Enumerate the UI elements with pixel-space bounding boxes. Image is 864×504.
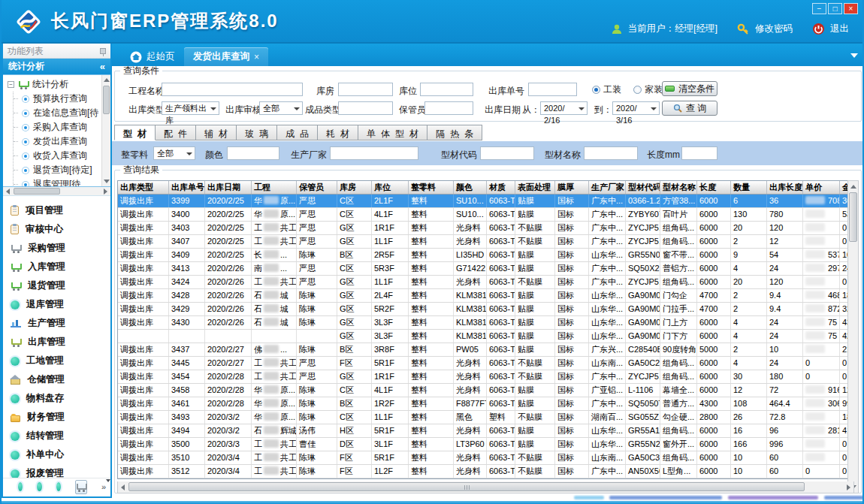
column-header[interactable]: 出库日期 (205, 181, 252, 194)
table-row[interactable]: 调拨出库34452020/2/27工共工程严思F区5R1F整料光身料6063-T… (118, 357, 854, 370)
column-header[interactable]: 整零料 (409, 181, 454, 194)
tab-close-icon[interactable]: × (254, 52, 259, 62)
column-header[interactable]: 表面处理 (515, 181, 555, 194)
sidebar-item[interactable]: 退货管理 (11, 276, 110, 295)
more-buttons-chevron[interactable]: » (101, 484, 110, 490)
table-row[interactable]: 调拨出库34092020/2/25长...陈琳B区2R5F整料LI35HD606… (118, 249, 854, 262)
column-header[interactable]: 出库类型 (118, 181, 169, 194)
column-header[interactable]: 库位 (372, 181, 409, 194)
table-row[interactable]: 调拨出库35102020/3/4工共工程陈琳F区5R1F整料光身料6063-T5… (118, 451, 854, 465)
column-header[interactable]: 长度 (697, 181, 731, 194)
sidebar-group-header[interactable]: 统计分析 « (3, 59, 110, 74)
table-row[interactable]: 调拨出库34242020/2/26工共工程严思G区1L1F整料光身料6063-T… (118, 276, 854, 289)
sidebar-item[interactable]: 物料盘存 (11, 389, 110, 408)
column-header[interactable]: 库房 (337, 181, 372, 194)
search-button[interactable]: 查 询 (662, 101, 717, 116)
toolbar-cart-button[interactable] (75, 480, 87, 494)
length-input[interactable] (681, 146, 717, 160)
name-input[interactable] (584, 146, 638, 160)
sidebar-item[interactable]: 财务管理 (11, 408, 110, 427)
table-vertical-scrollbar[interactable] (847, 180, 859, 493)
sidebar-item[interactable]: 补单中心 (11, 445, 110, 464)
warehouse-input[interactable] (338, 83, 393, 96)
tree-vertical-scrollbar[interactable] (101, 75, 110, 186)
column-header[interactable]: 型材名称 (660, 181, 697, 194)
sidebar-item[interactable]: 工地管理 (11, 352, 110, 370)
tree-item[interactable]: 在途信息查询[待 (14, 106, 110, 120)
code-input[interactable] (480, 146, 534, 160)
toolbar-circle-icon[interactable] (37, 482, 41, 491)
sidebar-item[interactable]: 采购管理 (11, 239, 110, 258)
material-tab[interactable]: 配件 (156, 125, 196, 140)
column-header[interactable]: 数量 (731, 181, 767, 194)
sidebar-item[interactable]: 结转管理 (11, 427, 110, 445)
tree-item[interactable]: 采购入库查询 (14, 120, 110, 134)
product-type-input[interactable] (338, 101, 393, 115)
tree-item[interactable]: 预算执行查询 (14, 92, 110, 106)
table-row[interactable]: 调拨出库34302020/2/26石城陈琳G区3L3F整料KLM38176063… (118, 316, 854, 330)
tree-item[interactable]: 退货查询[待定] (14, 163, 110, 177)
material-tab[interactable]: 型材 (114, 125, 156, 140)
whole-part-select[interactable]: 全部 (153, 146, 195, 160)
minimize-button[interactable]: − (812, 3, 826, 14)
tree-item[interactable]: 收货入库查询 (14, 149, 110, 163)
date-from-picker[interactable]: 2020/ 2/16 (540, 101, 588, 115)
column-header[interactable]: 工程 (252, 181, 297, 194)
tree-expander-icon[interactable]: − (8, 81, 14, 88)
pin-icon[interactable] (100, 48, 106, 54)
table-row[interactable]: 调拨出库34002020/2/25华原...严思C区4L1F整料SU10...6… (118, 208, 854, 222)
toolbar-circle-icon[interactable] (56, 482, 61, 491)
sidebar-item[interactable]: 生产管理 (11, 314, 110, 333)
tab-list-dropdown-icon[interactable] (850, 53, 858, 58)
out-type-select[interactable]: 生产领料出库 (162, 101, 219, 115)
table-row[interactable]: 调拨出库34612020/2/28华原...陈琳B区1R2F整料F8877FT6… (118, 397, 854, 411)
table-horizontal-scrollbar[interactable] (117, 481, 854, 493)
sidebar-item[interactable]: 审核中心 (11, 220, 110, 239)
logout-link[interactable]: 退出 (830, 23, 849, 35)
table-row[interactable]: 调拨出库34282020/2/26石城陈琳G区2L4F整料KLM38176063… (118, 289, 854, 303)
tab-start-page[interactable]: 起始页 (121, 47, 184, 66)
table-row[interactable]: 调拨出库34132020/2/26南...严思C区5R3F整料G71422606… (118, 262, 854, 276)
color-input[interactable] (227, 146, 279, 160)
column-header[interactable]: 材质 (487, 181, 515, 194)
sidebar-item[interactable]: 退库管理 (11, 295, 110, 314)
table-row[interactable]: 调拨出库35122020/3/4工共工程陈琳F区1L2F整料光身料6063-T5… (118, 465, 854, 478)
audit-select[interactable]: 全部 (259, 101, 303, 115)
tab-shipment-outbound-query[interactable]: 发货出库查询 × (184, 47, 268, 66)
table-row[interactable]: 调拨出库35002020/3/3工共工程曹佳D区3L1F整料LT3P606063… (118, 438, 854, 451)
sidebar-item[interactable]: 项目管理 (11, 201, 110, 220)
table-row[interactable]: 调拨出库34932020/3/2华原...陈琳C区1L1F整料黑色塑料不贴膜国标… (118, 411, 854, 424)
column-header[interactable]: 单价 (803, 181, 840, 194)
material-tab[interactable]: 成品 (277, 125, 318, 140)
tree-horizontal-scrollbar[interactable] (3, 187, 110, 196)
column-header[interactable]: 出库长度 (767, 181, 803, 194)
sidebar-item[interactable]: 报废管理 (11, 464, 110, 478)
collapse-icon[interactable]: « (100, 59, 105, 74)
table-row[interactable]: 调拨出库34582020/2/28华原...陈琳C区4L1F整料光身料6063-… (118, 384, 854, 397)
date-to-picker[interactable]: 2020/ 3/16 (612, 101, 660, 115)
sidebar-item[interactable]: 出库管理 (11, 333, 110, 352)
project-name-input[interactable] (162, 83, 303, 96)
column-header[interactable]: 颜色 (454, 181, 487, 194)
column-header[interactable]: 型材代码 (626, 181, 660, 194)
location-input[interactable] (420, 83, 473, 96)
toolbar-circle-icon[interactable] (18, 482, 23, 491)
maximize-button[interactable]: □ (828, 3, 842, 14)
table-row[interactable]: G区3L3F整料KLM38176063-T5贴膜国标山东华...GA90M09.… (118, 330, 854, 343)
radio-jiazhuang[interactable]: 家装 (633, 83, 663, 96)
column-header[interactable]: 生产厂家 (589, 181, 626, 194)
table-row[interactable]: 调拨出库34072020/2/25工共工程严思G区1L1F整料光身料6063-T… (118, 235, 854, 249)
table-row[interactable]: 调拨出库34292020/2/26石城陈琳G区5R2F整料KLM38176063… (118, 303, 854, 316)
tree-root[interactable]: − 统计分析 (8, 77, 110, 92)
sidebar-item[interactable]: 入库管理 (11, 258, 110, 276)
material-tab[interactable]: 耗材 (318, 125, 358, 140)
material-tab[interactable]: 单体型材 (358, 125, 427, 140)
column-header[interactable]: 出库单号 (169, 181, 205, 194)
sidebar-item[interactable]: 仓储管理 (11, 370, 110, 389)
manufacturer-input[interactable] (330, 146, 418, 160)
table-row[interactable]: 调拨出库34032020/2/25工共工程严思G区1R1F整料光身料6063-T… (118, 222, 854, 235)
material-tab[interactable]: 隔热条 (427, 125, 482, 140)
material-tab[interactable]: 玻璃 (237, 125, 277, 140)
material-tab[interactable]: 辅材 (196, 125, 237, 140)
close-button[interactable]: × (844, 3, 858, 14)
